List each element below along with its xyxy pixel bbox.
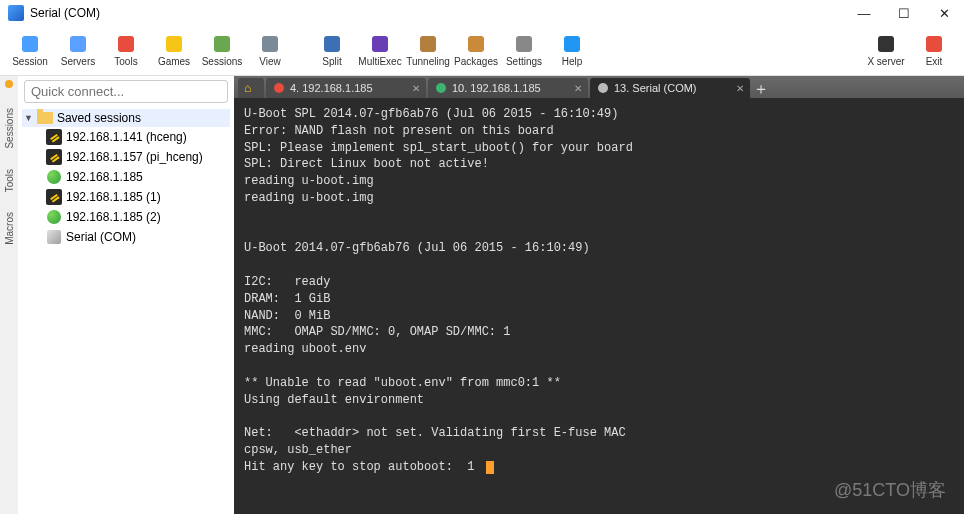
app-icon — [8, 5, 24, 21]
tools-button[interactable]: Tools — [102, 34, 150, 67]
quick-connect — [24, 80, 228, 103]
tab-close-icon[interactable]: ✕ — [736, 83, 744, 94]
toolbar-label: View — [259, 56, 281, 67]
svg-rect-8 — [420, 36, 436, 52]
servers-icon — [68, 34, 88, 54]
tunneling-icon — [418, 34, 438, 54]
window-title: Serial (COM) — [30, 6, 100, 20]
globe-icon — [46, 169, 62, 185]
split-icon — [322, 34, 342, 54]
session-node[interactable]: 192.168.1.157 (pi_hceng) — [22, 147, 230, 167]
xserver-icon — [876, 34, 896, 54]
settings-button[interactable]: Settings — [500, 34, 548, 67]
tab-label: 4. 192.168.1.185 — [290, 82, 373, 94]
packages-button[interactable]: Packages — [452, 34, 500, 67]
right-panel: ⌂ 4. 192.168.1.185✕10. 192.168.1.185✕13.… — [234, 76, 964, 514]
strip-macros[interactable]: Macros — [4, 212, 15, 245]
svg-rect-4 — [214, 36, 230, 52]
folder-icon — [37, 112, 53, 124]
quick-connect-input[interactable] — [24, 80, 228, 103]
multiexec-icon — [370, 34, 390, 54]
ssh-icon — [46, 129, 62, 145]
main-toolbar: SessionServersToolsGamesSessionsViewSpli… — [0, 26, 964, 76]
tab-close-icon[interactable]: ✕ — [412, 83, 420, 94]
session-node[interactable]: Serial (COM) — [22, 227, 230, 247]
chevron-down-icon: ▼ — [24, 113, 33, 123]
exit-icon — [924, 34, 944, 54]
toolbar-label: Servers — [61, 56, 95, 67]
side-strip: Sessions Tools Macros — [0, 76, 18, 514]
split-button[interactable]: Split — [308, 34, 356, 67]
session-label: 192.168.1.185 (1) — [66, 190, 161, 204]
session-node[interactable]: 192.168.1.185 (1) — [22, 187, 230, 207]
svg-rect-9 — [468, 36, 484, 52]
strip-tools[interactable]: Tools — [4, 169, 15, 192]
sessions-icon — [212, 34, 232, 54]
help-icon — [562, 34, 582, 54]
svg-rect-6 — [324, 36, 340, 52]
tree-root-label: Saved sessions — [57, 111, 141, 125]
terminal-tab[interactable]: 13. Serial (COM)✕ — [590, 78, 750, 98]
games-icon — [164, 34, 184, 54]
toolbar-label: Help — [562, 56, 583, 67]
serial-icon — [46, 229, 62, 245]
new-tab-button[interactable]: ＋ — [752, 80, 770, 98]
strip-sessions[interactable]: Sessions — [4, 108, 15, 149]
servers-button[interactable]: Servers — [54, 34, 102, 67]
ssh-icon — [46, 189, 62, 205]
tab-bar: ⌂ 4. 192.168.1.185✕10. 192.168.1.185✕13.… — [234, 76, 964, 98]
terminal[interactable]: U-Boot SPL 2014.07-gfb6ab76 (Jul 06 2015… — [234, 98, 964, 514]
terminal-tab[interactable]: 10. 192.168.1.185✕ — [428, 78, 588, 98]
svg-rect-11 — [564, 36, 580, 52]
globe-icon — [46, 209, 62, 225]
close-button[interactable]: ✕ — [924, 0, 964, 26]
titlebar: Serial (COM) — [0, 0, 964, 26]
session-tree: ▼ Saved sessions 192.168.1.141 (hceng)19… — [18, 107, 234, 249]
ssh-icon — [46, 149, 62, 165]
session-label: 192.168.1.157 (pi_hceng) — [66, 150, 203, 164]
session-label: 192.168.1.185 — [66, 170, 143, 184]
toolbar-label: X server — [867, 56, 904, 67]
svg-rect-10 — [516, 36, 532, 52]
help-button[interactable]: Help — [548, 34, 596, 67]
view-button[interactable]: View — [246, 34, 294, 67]
svg-rect-0 — [22, 36, 38, 52]
toolbar-label: Tools — [114, 56, 137, 67]
svg-rect-5 — [262, 36, 278, 52]
toolbar-label: Packages — [454, 56, 498, 67]
multiexec-button[interactable]: MultiExec — [356, 34, 404, 67]
toolbar-label: Split — [322, 56, 341, 67]
tree-root[interactable]: ▼ Saved sessions — [22, 109, 230, 127]
maximize-button[interactable]: ☐ — [884, 0, 924, 26]
toolbar-label: MultiExec — [358, 56, 401, 67]
exit-button[interactable]: Exit — [910, 34, 958, 67]
session-node[interactable]: 192.168.1.141 (hceng) — [22, 127, 230, 147]
strip-dot-icon — [5, 80, 13, 88]
sessions-button[interactable]: Sessions — [198, 34, 246, 67]
tab-label: 13. Serial (COM) — [614, 82, 697, 94]
tab-close-icon[interactable]: ✕ — [574, 83, 582, 94]
session-button[interactable]: Session — [6, 34, 54, 67]
session-node[interactable]: 192.168.1.185 (2) — [22, 207, 230, 227]
session-node[interactable]: 192.168.1.185 — [22, 167, 230, 187]
window-controls: — ☐ ✕ — [844, 0, 964, 26]
svg-rect-1 — [70, 36, 86, 52]
session-label: 192.168.1.141 (hceng) — [66, 130, 187, 144]
session-label: Serial (COM) — [66, 230, 136, 244]
tab-status-icon — [598, 83, 608, 93]
xserver-button[interactable]: X server — [862, 34, 910, 67]
tunneling-button[interactable]: Tunneling — [404, 34, 452, 67]
home-tab[interactable]: ⌂ — [238, 78, 264, 98]
toolbar-label: Settings — [506, 56, 542, 67]
tab-status-icon — [274, 83, 284, 93]
svg-rect-13 — [926, 36, 942, 52]
svg-rect-12 — [878, 36, 894, 52]
minimize-button[interactable]: — — [844, 0, 884, 26]
games-button[interactable]: Games — [150, 34, 198, 67]
session-label: 192.168.1.185 (2) — [66, 210, 161, 224]
home-icon: ⌂ — [244, 81, 251, 95]
toolbar-label: Sessions — [202, 56, 243, 67]
terminal-tab[interactable]: 4. 192.168.1.185✕ — [266, 78, 426, 98]
toolbar-label: Exit — [926, 56, 943, 67]
tab-status-icon — [436, 83, 446, 93]
